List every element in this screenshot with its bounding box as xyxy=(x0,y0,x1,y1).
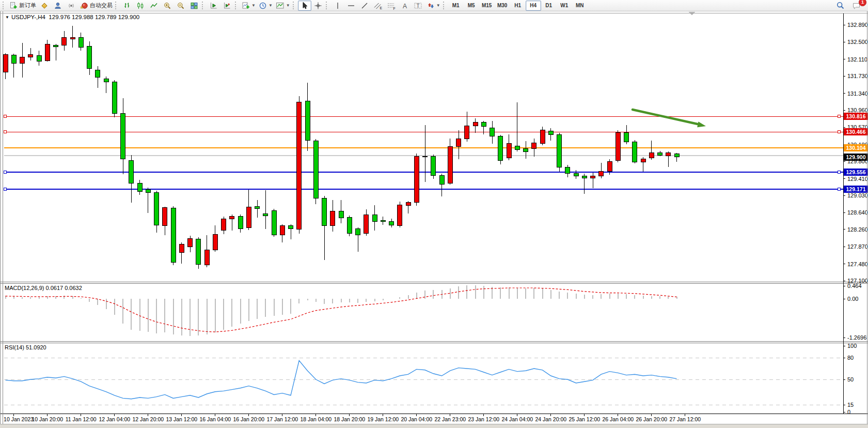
text-button[interactable]: A xyxy=(398,1,412,11)
new-order-icon xyxy=(9,2,18,10)
svg-text:15: 15 xyxy=(847,402,854,408)
text-label-button[interactable]: T xyxy=(412,1,425,11)
timeframe-button-M1[interactable]: M1 xyxy=(448,1,464,11)
template-button[interactable]: ▼ xyxy=(274,1,292,11)
tile-windows-button[interactable] xyxy=(187,1,201,11)
line-chart-type-icon xyxy=(150,2,158,10)
bar-chart-type-button[interactable] xyxy=(120,1,134,11)
add-indicator-button[interactable]: ▼ xyxy=(240,1,257,11)
svg-text:16 Jan 20:00: 16 Jan 20:00 xyxy=(233,416,264,422)
zoom-out-button[interactable] xyxy=(174,1,187,11)
text-icon: A xyxy=(401,2,408,10)
svg-text:26 Jan 04:00: 26 Jan 04:00 xyxy=(602,416,634,422)
svg-text:129.171: 129.171 xyxy=(846,186,866,192)
add-indicator-icon xyxy=(242,2,250,10)
line-chart-type-button[interactable] xyxy=(147,1,161,11)
svg-text:132.500: 132.500 xyxy=(847,39,868,45)
arrows-button[interactable]: ▼ xyxy=(425,1,442,11)
svg-text:25 Jan 12:00: 25 Jan 12:00 xyxy=(569,416,600,422)
notifications-button[interactable]: 1 xyxy=(850,1,863,11)
toolbar-grip[interactable] xyxy=(115,2,118,9)
text-label-icon: T xyxy=(414,2,423,10)
autotrading-label: 自动交易 xyxy=(90,2,113,9)
profile-icon xyxy=(54,2,62,10)
chart-canvas[interactable]: 132.890132.500132.110131.730131.340130.9… xyxy=(0,0,868,428)
channel-button[interactable]: E xyxy=(371,1,385,11)
svg-text:13 Jan 12:00: 13 Jan 12:00 xyxy=(166,416,197,422)
svg-text:12 Jan 04:00: 12 Jan 04:00 xyxy=(99,416,130,422)
timeframe-button-W1[interactable]: W1 xyxy=(557,1,572,11)
svg-text:F: F xyxy=(393,6,395,10)
autotrading-icon xyxy=(80,2,88,10)
svg-text:24 Jan 20:00: 24 Jan 20:00 xyxy=(535,416,566,422)
timeframe-button-D1[interactable]: D1 xyxy=(541,1,557,11)
horizontal-line-icon xyxy=(347,2,355,10)
horizontal-line-button[interactable] xyxy=(344,1,358,11)
auto-scroll-icon xyxy=(210,2,218,10)
zoom-in-button[interactable] xyxy=(161,1,174,11)
toolbar-grip[interactable] xyxy=(293,2,296,9)
chart-ohlc-values: 129.976 129.988 129.789 129.900 xyxy=(49,14,139,20)
toolbar-grip[interactable] xyxy=(235,2,238,9)
svg-text:127.870: 127.870 xyxy=(847,243,868,250)
price-tag-130.466: 130.466 xyxy=(844,128,868,135)
symbol-dropdown-icon[interactable]: ▼ xyxy=(5,15,9,20)
quotes-button[interactable] xyxy=(38,1,51,11)
svg-text:19 Jan 12:00: 19 Jan 12:00 xyxy=(367,416,399,422)
macd-values: 0.0617 0.0632 xyxy=(45,285,82,291)
crosshair-icon xyxy=(314,2,322,10)
price-tag-129.171: 129.171 xyxy=(844,186,868,193)
toolbar-grip[interactable] xyxy=(326,2,329,9)
toolbar-grip[interactable] xyxy=(3,2,6,9)
notification-badge: 1 xyxy=(859,0,866,6)
timeframe-button-M15[interactable]: M15 xyxy=(479,1,495,11)
bar-chart-type-icon xyxy=(123,2,131,10)
autotrading-button[interactable]: 自动交易 xyxy=(78,1,114,11)
svg-text:18 Jan 20:00: 18 Jan 20:00 xyxy=(334,416,365,422)
auto-scroll-button[interactable] xyxy=(207,1,220,11)
dropdown-caret-icon: ▼ xyxy=(251,4,256,8)
trendline-icon xyxy=(360,2,369,10)
timeframe-button-M30[interactable]: M30 xyxy=(495,1,510,11)
svg-text:50: 50 xyxy=(847,376,854,383)
signal-button[interactable] xyxy=(65,1,78,11)
search-button[interactable] xyxy=(833,1,847,11)
svg-text:10 Jan 20:00: 10 Jan 20:00 xyxy=(31,416,63,422)
svg-text:130.466: 130.466 xyxy=(846,129,866,135)
timeframe-button-H1[interactable]: H1 xyxy=(510,1,526,11)
timeframe-group: M1M5M15M30H1H4D1W1MN xyxy=(448,1,588,11)
timeframe-button-MN[interactable]: MN xyxy=(572,1,588,11)
dropdown-caret-icon: ▼ xyxy=(436,4,440,8)
vertical-line-icon xyxy=(334,2,341,10)
toolbar-grip[interactable] xyxy=(443,2,446,9)
svg-text:A: A xyxy=(403,2,407,9)
price-tag-129.556: 129.556 xyxy=(844,169,868,176)
cursor-button[interactable] xyxy=(298,1,311,11)
chart-title: ▼USDJPY-,H4 129.976 129.988 129.789 129.… xyxy=(5,14,139,20)
candlestick-chart-type-icon xyxy=(136,2,145,10)
signal-icon xyxy=(67,2,75,10)
price-tag-130.816: 130.816 xyxy=(844,113,868,120)
tile-windows-icon xyxy=(190,2,198,10)
candlestick-chart-type-button[interactable] xyxy=(134,1,147,11)
period-button[interactable]: ▼ xyxy=(257,1,274,11)
toolbar-grip[interactable] xyxy=(202,2,205,9)
svg-text:23 Jan 12:00: 23 Jan 12:00 xyxy=(468,416,499,422)
svg-text:24 Jan 04:00: 24 Jan 04:00 xyxy=(501,416,533,422)
trendline-button[interactable] xyxy=(358,1,371,11)
svg-text:128.640: 128.640 xyxy=(847,209,868,216)
timeframe-button-M5[interactable]: M5 xyxy=(464,1,479,11)
chart-shift-button[interactable] xyxy=(220,1,234,11)
profile-button[interactable] xyxy=(51,1,65,11)
new-order-button[interactable]: 新订单 xyxy=(8,1,38,11)
fibonacci-button[interactable]: F xyxy=(385,1,398,11)
timeframe-button-H4[interactable]: H4 xyxy=(526,1,541,11)
search-icon xyxy=(836,1,845,10)
mt4-terminal-window: 新订单 自动交易 xyxy=(0,0,868,428)
crosshair-button[interactable] xyxy=(311,1,325,11)
price-tag-130.104: 130.104 xyxy=(844,144,868,151)
chart-symbol-period: USDJPY-,H4 xyxy=(11,14,45,20)
vertical-line-button[interactable] xyxy=(331,1,344,11)
svg-text:130.960: 130.960 xyxy=(847,107,868,113)
svg-text:17 Jan 12:00: 17 Jan 12:00 xyxy=(266,416,298,422)
